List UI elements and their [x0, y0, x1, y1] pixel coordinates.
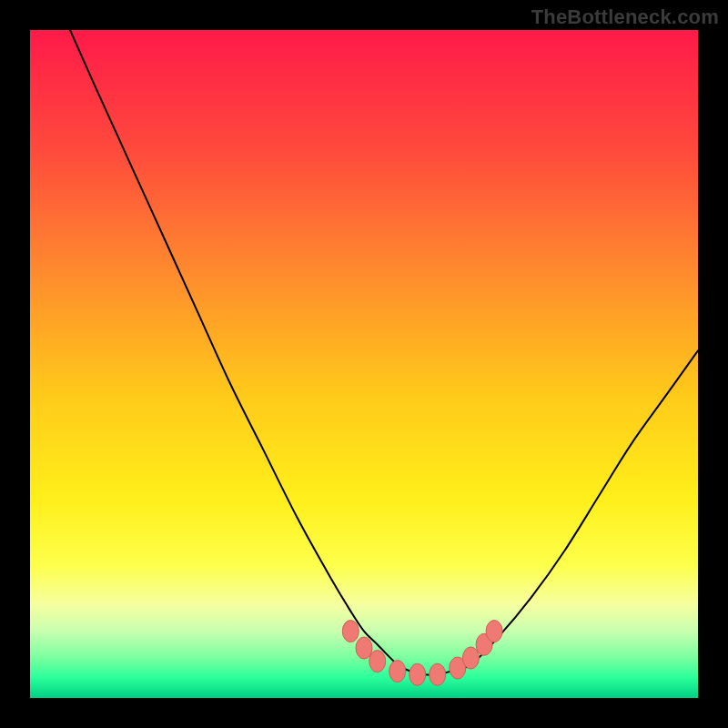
- data-marker: [342, 621, 359, 642]
- data-marker: [462, 647, 479, 669]
- marker-group: [342, 621, 502, 686]
- data-marker: [356, 637, 372, 659]
- plot-area: [30, 30, 698, 698]
- data-marker: [486, 621, 502, 642]
- data-marker: [430, 663, 446, 685]
- data-marker: [389, 661, 406, 682]
- data-marker: [410, 663, 426, 685]
- curve-svg: [30, 30, 698, 698]
- watermark-text: TheBottleneck.com: [531, 5, 719, 29]
- bottleneck-curve: [70, 30, 698, 675]
- data-marker: [369, 651, 386, 672]
- chart-frame: TheBottleneck.com: [0, 0, 728, 728]
